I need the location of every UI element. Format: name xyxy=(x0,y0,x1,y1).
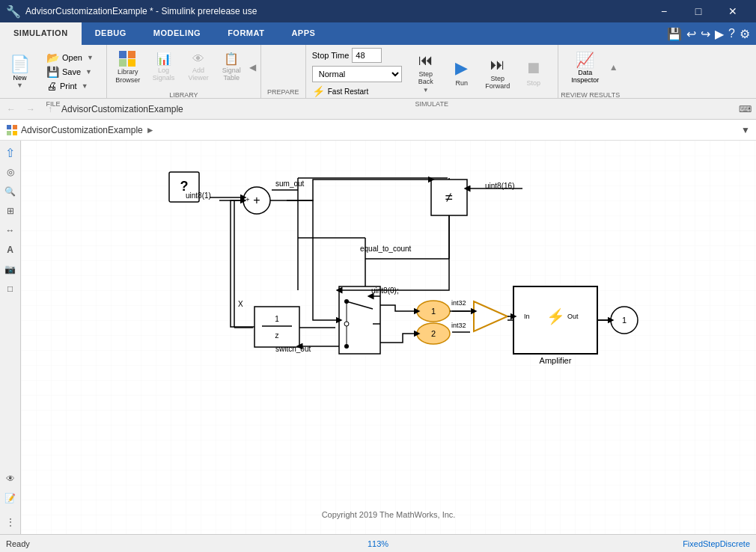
close-button[interactable]: ✕ xyxy=(716,0,750,22)
svg-text:≠: ≠ xyxy=(445,190,453,205)
app-icon: 🔧 xyxy=(6,4,21,19)
svg-text:X: X xyxy=(238,300,243,308)
signal-table-button[interactable]: 📋 Signal Table xyxy=(217,50,246,85)
up-button[interactable]: ↑ xyxy=(42,101,58,117)
step-back-button[interactable]: ⏮ Step Back ▼ xyxy=(408,53,444,92)
svg-rect-0 xyxy=(7,125,11,129)
data-inspector-button[interactable]: 📈 Data Inspector xyxy=(563,48,608,87)
sim-button-group: ⏮ Step Back ▼ ▶ Run ⏭ Step Forward ⏹ Sto… xyxy=(408,53,552,92)
undo-icon[interactable]: ↩ xyxy=(686,27,696,41)
status-ready: Ready xyxy=(6,539,683,548)
svg-rect-46 xyxy=(254,307,299,347)
text-tool[interactable]: A xyxy=(1,241,19,259)
breadcrumb: AdvisorCustomizationExample xyxy=(61,104,183,114)
status-mode[interactable]: FixedStepDiscrete xyxy=(683,539,750,548)
maximize-button[interactable]: □ xyxy=(681,0,716,22)
arrow-tool[interactable]: ↔ xyxy=(1,221,19,239)
redo-icon[interactable]: ↪ xyxy=(701,27,710,41)
run-quick-icon[interactable]: ▶ xyxy=(715,27,724,41)
stop-time-control: Stop Time xyxy=(312,48,402,63)
stop-time-input[interactable] xyxy=(352,48,382,63)
image-tool[interactable]: 📷 xyxy=(1,260,19,278)
open-button[interactable]: 📂 Open ▼ xyxy=(41,51,99,64)
svg-text:int32: int32 xyxy=(451,299,466,307)
svg-text:equal_to_count: equal_to_count xyxy=(360,245,412,253)
svg-point-39 xyxy=(344,299,349,304)
new-button[interactable]: 📄 New ▼ xyxy=(4,52,35,91)
save-icon[interactable]: 💾 xyxy=(667,27,682,41)
add-viewer-button[interactable]: 👁 Add Viewer xyxy=(183,50,213,85)
diagram-svg: ? + + sum_out uint8(1) ≠ uint8(16 xyxy=(21,141,756,534)
hide-tool[interactable]: 👁 xyxy=(1,470,19,488)
canvas-breadcrumb: AdvisorCustomizationExample ► ▼ xyxy=(0,120,756,141)
library-section: Library Browser 📊 Log Signals 👁 Add View… xyxy=(107,45,261,99)
fast-restart-icon: ⚡ xyxy=(312,85,325,97)
window-controls: − □ ✕ xyxy=(647,0,750,22)
library-browser-button[interactable]: Library Browser xyxy=(112,48,144,87)
main-area: AdvisorCustomizationExample ► ▼ ⇧ ◎ 🔍 ⊞ … xyxy=(0,120,756,534)
menubar: SIMULATION DEBUG MODELING FORMAT APPS 💾 … xyxy=(0,22,756,45)
file-buttons: 📂 Open ▼ 💾 Save ▼ 🖨 Print ▼ xyxy=(38,48,102,96)
svg-text:uint8(1): uint8(1) xyxy=(186,191,211,200)
print-button[interactable]: 🖨 Print ▼ xyxy=(41,79,99,93)
svg-rect-2 xyxy=(7,131,11,135)
svg-text:+: + xyxy=(246,196,249,203)
simulate-section-label: SIMULATE xyxy=(306,100,558,108)
library-expand-button[interactable]: ◀ xyxy=(249,62,256,73)
svg-text:⚡: ⚡ xyxy=(546,307,565,325)
left-toolbar: ⇧ ◎ 🔍 ⊞ ↔ A 📷 □ 👁 📝 ⋮ xyxy=(0,141,21,534)
minimize-button[interactable]: − xyxy=(647,0,681,22)
save-button[interactable]: 💾 Save ▼ xyxy=(41,65,99,79)
zoom-tool[interactable]: 🔍 xyxy=(1,183,19,200)
toolbar: 📄 New ▼ 📂 Open ▼ 💾 Save ▼ 🖨 Print xyxy=(0,45,756,99)
back-button[interactable]: ← xyxy=(3,101,19,117)
mode-control: Normal Accelerator Rapid Accelerator xyxy=(312,66,402,82)
svg-text:Amplifier: Amplifier xyxy=(540,356,572,365)
mode-select[interactable]: Normal Accelerator Rapid Accelerator xyxy=(312,66,402,82)
tab-debug[interactable]: DEBUG xyxy=(82,22,140,45)
prepare-section: PREPARE xyxy=(261,45,306,99)
prepare-section-label: PREPARE xyxy=(261,85,305,99)
canvas-dropdown-button[interactable]: ▼ xyxy=(741,125,750,135)
step-forward-button[interactable]: ⏭ Step Forward xyxy=(480,53,516,92)
svg-point-40 xyxy=(344,322,349,326)
run-button[interactable]: ▶ Run xyxy=(444,53,480,92)
area-tool[interactable]: □ xyxy=(1,280,19,298)
svg-text:1: 1 xyxy=(431,307,436,316)
simulink-icon xyxy=(6,124,18,136)
tab-apps[interactable]: APPS xyxy=(278,22,329,45)
fit-tool[interactable]: ⊞ xyxy=(1,202,19,220)
svg-text:2: 2 xyxy=(431,329,436,338)
fast-restart-toggle[interactable]: ⚡ Fast Restart xyxy=(312,85,402,97)
breadcrumb-item[interactable]: AdvisorCustomizationExample xyxy=(61,104,183,114)
help-icon[interactable]: ? xyxy=(728,27,735,40)
copyright-text: Copyright 2019 The MathWorks, Inc. xyxy=(322,510,456,519)
simulate-section: Stop Time Normal Accelerator Rapid Accel… xyxy=(306,45,558,99)
review-expand-icon[interactable]: ▲ xyxy=(609,62,618,73)
annotate-tool[interactable]: 📝 xyxy=(1,489,19,507)
file-section: 📄 New ▼ 📂 Open ▼ 💾 Save ▼ 🖨 Print xyxy=(0,45,107,99)
settings-icon[interactable]: ⚙ xyxy=(740,27,750,41)
svg-rect-4 xyxy=(21,141,756,534)
review-results-section: 📈 Data Inspector ▲ REVIEW RESULTS xyxy=(558,45,623,99)
tab-simulation[interactable]: SIMULATION xyxy=(0,22,82,45)
sim-controls: Stop Time Normal Accelerator Rapid Accel… xyxy=(312,48,402,97)
expand-left-toolbar[interactable]: ⋮ xyxy=(1,513,19,531)
tab-modeling[interactable]: MODELING xyxy=(140,22,214,45)
keyboard-icon[interactable]: ⌨ xyxy=(737,101,753,117)
statusbar: Ready 113% FixedStepDiscrete xyxy=(0,534,756,552)
pan-tool[interactable]: ◎ xyxy=(1,163,19,181)
titlebar: 🔧 AdvisorCustomizationExample * - Simuli… xyxy=(0,0,756,22)
library-section-label: LIBRARY xyxy=(107,90,260,100)
select-tool[interactable]: ⇧ xyxy=(1,144,19,162)
svg-text:sum_out: sum_out xyxy=(275,180,305,188)
canvas-model-name[interactable]: AdvisorCustomizationExample xyxy=(21,125,143,135)
status-zoom: 113% xyxy=(368,539,388,548)
log-signals-button[interactable]: 📊 Log Signals xyxy=(147,50,180,85)
forward-button[interactable]: → xyxy=(22,101,39,117)
svg-point-41 xyxy=(344,344,349,349)
diagram-canvas[interactable]: ? + + sum_out uint8(1) ≠ uint8(16 xyxy=(21,141,756,534)
svg-text:1: 1 xyxy=(622,316,627,325)
tab-format[interactable]: FORMAT xyxy=(214,22,278,45)
stop-button[interactable]: ⏹ Stop xyxy=(516,53,552,92)
